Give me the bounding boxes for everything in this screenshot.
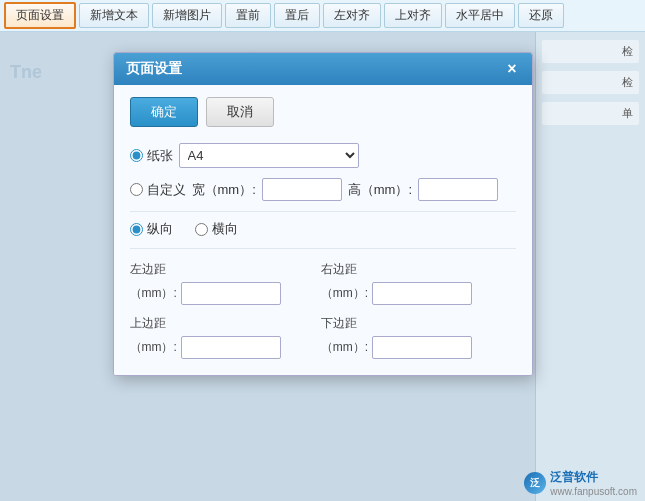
custom-label: 自定义 — [147, 181, 186, 199]
landscape-radio-group: 横向 — [195, 220, 238, 238]
form-divider-2 — [130, 248, 516, 249]
dialog-title: 页面设置 — [126, 60, 182, 78]
top-margin-row: 上边距 — [130, 315, 281, 332]
top-margin-input-row: （mm）: — [130, 336, 281, 359]
height-label: 高（mm）: — [348, 181, 412, 199]
landscape-radio[interactable] — [195, 223, 208, 236]
paper-size-row: 纸张 A4 A3 B5 Letter 自定义 — [130, 143, 516, 168]
send-back-button[interactable]: 置后 — [274, 3, 320, 28]
top-margin-unit: （mm）: — [130, 339, 177, 356]
right-margin-input[interactable] — [372, 282, 472, 305]
right-margin-row: 右边距 — [321, 261, 472, 278]
paper-radio-group: 纸张 — [130, 147, 173, 165]
paper-label: 纸张 — [147, 147, 173, 165]
custom-size-row: 自定义 宽（mm）: 高（mm）: — [130, 178, 516, 201]
form-divider-1 — [130, 211, 516, 212]
right-margin-input-row: （mm）: — [321, 282, 472, 305]
page-setup-dialog: 页面设置 × 确定 取消 纸张 A4 A3 — [113, 52, 533, 376]
left-margin-label: 左边距 — [130, 261, 166, 278]
restore-button[interactable]: 还原 — [518, 3, 564, 28]
right-margin-unit: （mm）: — [321, 285, 368, 302]
cancel-button[interactable]: 取消 — [206, 97, 274, 127]
landscape-label: 横向 — [212, 220, 238, 238]
bottom-margin-unit: （mm）: — [321, 339, 368, 356]
dialog-title-bar: 页面设置 × — [114, 53, 532, 85]
left-margin-input-row: （mm）: — [130, 282, 281, 305]
top-margin-label: 上边距 — [130, 315, 166, 332]
bring-front-button[interactable]: 置前 — [225, 3, 271, 28]
main-area: Tne 检 检 单 页面设置 × 确定 取消 — [0, 32, 645, 501]
page-setup-button[interactable]: 页面设置 — [4, 2, 76, 29]
right-margin-label: 右边距 — [321, 261, 357, 278]
dialog-actions: 确定 取消 — [130, 97, 516, 127]
bottom-margin-row: 下边距 — [321, 315, 472, 332]
bottom-margin-input[interactable] — [372, 336, 472, 359]
left-margin-row: 左边距 — [130, 261, 281, 278]
dialog-backdrop: 页面设置 × 确定 取消 纸张 A4 A3 — [0, 32, 645, 501]
left-margin-input[interactable] — [181, 282, 281, 305]
custom-radio[interactable] — [130, 183, 143, 196]
custom-radio-group: 自定义 — [130, 181, 186, 199]
top-margin-input[interactable] — [181, 336, 281, 359]
left-margin-col: 左边距 （mm）: 上边距 （mm）: — [130, 261, 281, 359]
orientation-row: 纵向 横向 — [130, 220, 516, 238]
width-label: 宽（mm）: — [192, 181, 256, 199]
paper-size-select[interactable]: A4 A3 B5 Letter 自定义 — [179, 143, 359, 168]
bottom-margin-input-row: （mm）: — [321, 336, 472, 359]
portrait-radio[interactable] — [130, 223, 143, 236]
right-margin-col: 右边距 （mm）: 下边距 （mm）: — [321, 261, 472, 359]
align-top-button[interactable]: 上对齐 — [384, 3, 442, 28]
paper-radio[interactable] — [130, 149, 143, 162]
margin-section: 左边距 （mm）: 上边距 （mm）: — [130, 261, 516, 359]
dialog-close-button[interactable]: × — [504, 61, 519, 77]
bottom-margin-label: 下边距 — [321, 315, 357, 332]
left-margin-unit: （mm）: — [130, 285, 177, 302]
portrait-radio-group: 纵向 — [130, 220, 173, 238]
toolbar: 页面设置 新增文本 新增图片 置前 置后 左对齐 上对齐 水平居中 还原 — [0, 0, 645, 32]
center-horizontal-button[interactable]: 水平居中 — [445, 3, 515, 28]
confirm-button[interactable]: 确定 — [130, 97, 198, 127]
width-input[interactable] — [262, 178, 342, 201]
dialog-body: 确定 取消 纸张 A4 A3 B5 Letter 自定义 — [114, 85, 532, 375]
portrait-label: 纵向 — [147, 220, 173, 238]
add-image-button[interactable]: 新增图片 — [152, 3, 222, 28]
height-input[interactable] — [418, 178, 498, 201]
align-left-button[interactable]: 左对齐 — [323, 3, 381, 28]
add-text-button[interactable]: 新增文本 — [79, 3, 149, 28]
